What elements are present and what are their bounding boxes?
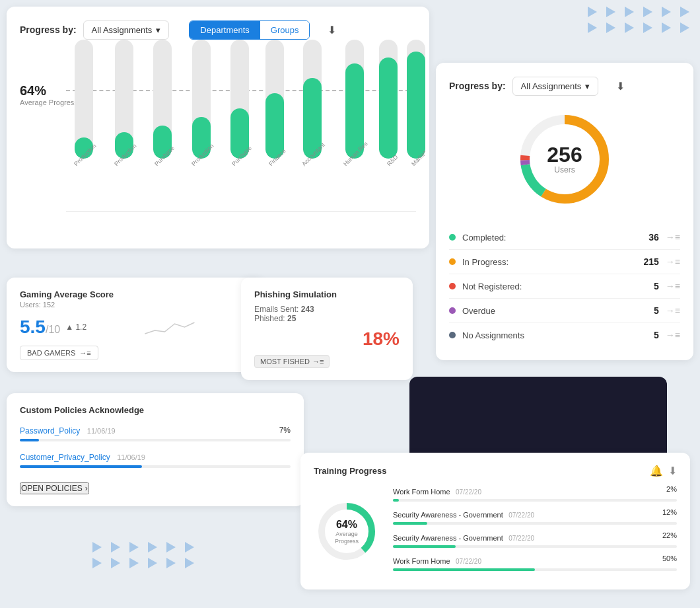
stats-list: Completed: 36 →≡ In Progress: 215 →≡ Not… <box>449 225 680 347</box>
bar-group: Accountant <box>294 40 330 169</box>
stats-dot <box>449 332 456 338</box>
play-icon <box>166 558 176 568</box>
policy-item: Customer_Privacy_Policy 11/06/19 <box>20 451 291 468</box>
play-icon <box>606 7 615 17</box>
arrow-list-icon[interactable]: →≡ <box>666 330 680 340</box>
stats-item: Not Registered: 5 →≡ <box>449 274 680 299</box>
training-item: Work Form Home 07/22/20 2% <box>393 485 677 502</box>
right-assignment-dropdown[interactable]: All Assignments ▾ <box>512 77 599 96</box>
stats-dot <box>449 258 456 265</box>
play-icon <box>129 542 139 552</box>
phishing-title: Phishing Simulation <box>254 289 400 299</box>
bell-icon[interactable]: 🔔 <box>650 465 663 477</box>
training-items-list: Work Form Home 07/22/20 2% Security Awar… <box>393 485 677 578</box>
bar-fill <box>407 52 425 159</box>
policy-bar-fill <box>20 465 142 468</box>
gaming-users: Users: 152 <box>20 301 251 309</box>
policies-title: Custom Policies Acknowledge <box>20 405 291 415</box>
policy-bar-bg <box>20 439 291 441</box>
stats-count: 36 <box>648 232 659 243</box>
chart-header: Progress by: All Assignments ▾ Departmen… <box>20 20 416 40</box>
decorative-play-icons-top <box>588 7 693 33</box>
play-icon <box>606 22 615 33</box>
progress-by-label: Progress by: <box>20 24 77 35</box>
play-icon <box>129 558 139 568</box>
policy-name-row: Customer_Privacy_Policy 11/06/19 <box>20 451 291 463</box>
training-item: Security Awareness - Government 07/22/20… <box>393 508 677 525</box>
bar-group: Marke* <box>403 40 429 169</box>
chevron-down-icon: ▾ <box>156 25 160 35</box>
training-item-name: Security Awareness - Government <box>393 534 503 542</box>
training-item-name: Work Form Home <box>393 488 450 496</box>
training-action-icons: 🔔 ⬇ <box>650 465 677 477</box>
stats-name: Overdue <box>462 306 654 316</box>
play-icon <box>111 558 120 568</box>
bar-group: Production <box>184 40 219 169</box>
stats-item: Overdue 5 →≡ <box>449 299 680 323</box>
play-icon <box>625 7 634 17</box>
training-bar-bg <box>393 522 677 525</box>
stats-dot <box>449 283 456 289</box>
training-bar-bg <box>393 568 677 571</box>
training-bar-bg <box>393 545 677 548</box>
bar-wrapper <box>265 40 284 159</box>
play-icon <box>680 7 689 17</box>
bar-wrapper <box>75 40 93 159</box>
training-donut: 64% AverageProgress <box>314 498 380 564</box>
bar-group: Purchase <box>147 40 178 169</box>
training-item-pct: 12% <box>662 508 677 520</box>
training-bar-fill <box>393 522 427 525</box>
training-bar-fill <box>393 568 535 571</box>
donut-chart-container: 256 Users <box>449 106 680 212</box>
play-icon <box>166 542 176 552</box>
arrow-list-icon[interactable]: →≡ <box>666 305 680 316</box>
training-title: Training Progress <box>314 466 387 476</box>
policies-list: Password_Policy 11/06/19 7% Customer_Pri… <box>20 424 291 468</box>
open-policies-button[interactable]: OPEN POLICIES › <box>20 482 89 494</box>
most-fished-button[interactable]: MOST FISHED →≡ <box>254 355 330 368</box>
assignment-dropdown[interactable]: All Assignments ▾ <box>83 20 170 40</box>
arrow-list-icon[interactable]: →≡ <box>666 256 680 267</box>
bar-wrapper <box>379 40 398 159</box>
policy-pct: 7% <box>279 426 291 435</box>
phishing-card: Phishing Simulation Emails Sent: 243 Phi… <box>241 278 413 380</box>
training-item-name: Security Awareness - Government <box>393 511 503 519</box>
bad-gamers-button[interactable]: BAD GAMERS →≡ <box>20 346 98 360</box>
training-item-pct: 50% <box>662 554 677 566</box>
gaming-score-value: 5.5/10 <box>20 317 60 338</box>
right-card-header: Progress by: All Assignments ▾ ⬇ <box>449 76 680 96</box>
custom-policies-card: Custom Policies Acknowledge Password_Pol… <box>7 393 304 506</box>
groups-tab[interactable]: Groups <box>260 21 310 39</box>
chevron-down-icon: ▾ <box>585 81 590 91</box>
gaming-sparkline <box>92 317 251 337</box>
bar-wrapper <box>153 40 172 159</box>
arrow-list-icon[interactable]: →≡ <box>666 281 680 291</box>
play-icon <box>680 22 689 33</box>
bar-fill <box>379 57 398 159</box>
stats-name: Not Registered: <box>462 282 654 291</box>
stats-name: In Progress: <box>462 257 643 267</box>
training-header: Training Progress 🔔 ⬇ <box>314 465 677 477</box>
policy-item: Password_Policy 11/06/19 7% <box>20 424 291 441</box>
departments-tab[interactable]: Departments <box>190 21 260 39</box>
training-content: 64% AverageProgress Work Form Home 07/22… <box>314 485 677 578</box>
training-bar-fill <box>393 499 399 502</box>
download-button[interactable]: ⬇ <box>322 20 341 40</box>
phishing-phished: Phished: 25 <box>254 314 400 323</box>
stats-name: No Assignments <box>462 330 654 340</box>
right-download-button[interactable]: ⬇ <box>610 76 630 96</box>
training-item-date: 07/22/20 <box>456 558 481 565</box>
policy-bar-bg <box>20 465 291 468</box>
download-icon[interactable]: ⬇ <box>668 465 677 477</box>
training-item-name: Work Form Home <box>393 557 450 565</box>
arrow-list-icon[interactable]: →≡ <box>666 232 680 243</box>
play-icon <box>643 22 652 33</box>
play-icon <box>111 542 120 552</box>
stats-count: 5 <box>654 330 659 340</box>
training-bar-fill <box>393 545 456 548</box>
stats-item: Completed: 36 →≡ <box>449 225 680 250</box>
bar-chart-area: 64% Average Progress Production Producti… <box>20 50 416 235</box>
bar-group: R&D <box>379 40 398 169</box>
decorative-play-icons-bottom <box>92 542 198 568</box>
gaming-title: Gaming Average Score <box>20 289 251 299</box>
